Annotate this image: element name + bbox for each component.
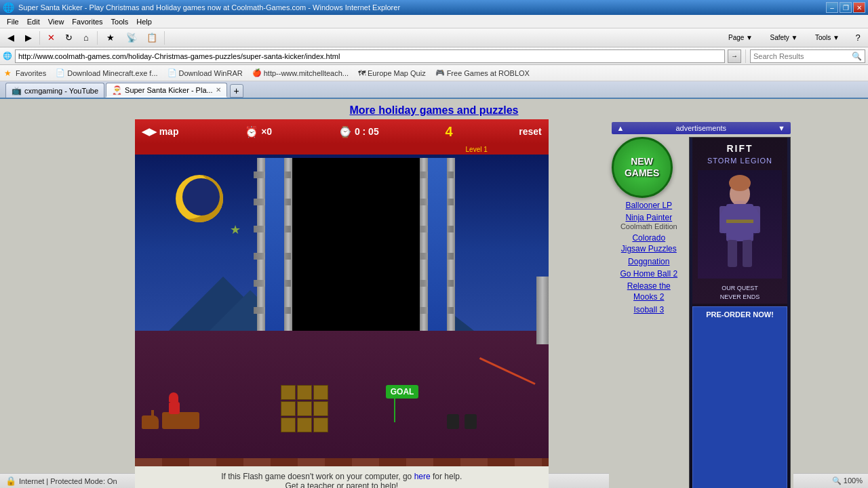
refresh-button[interactable]: ↻ — [60, 30, 77, 45]
box-8 — [297, 418, 312, 432]
go-button[interactable]: → — [728, 49, 741, 63]
lock-icon: 🔒 — [5, 476, 16, 486]
enemy-1 — [447, 414, 459, 429]
home-button[interactable]: ⌂ — [78, 30, 94, 45]
rift-ad-content: RIFT STORM LEGION — [692, 138, 787, 488]
ads-arrow-right[interactable]: ▼ — [778, 124, 785, 132]
game-scene[interactable]: ★ ★ ★ ★ — [135, 155, 549, 466]
history-button[interactable]: 📋 — [142, 30, 161, 45]
rift-preorder-area: PRE-ORDER NOW! — [692, 304, 787, 488]
goal-pole — [394, 399, 395, 422]
game-link-isoball[interactable]: Isoball 3 — [612, 305, 686, 314]
fav-icon-minecraft: 📄 — [56, 68, 65, 77]
game-link-ninja[interactable]: Ninja Painter — [612, 213, 686, 222]
tab-santa-kicker[interactable]: 🎅 Super Santa Kicker - Pla... ✕ — [106, 83, 227, 98]
window-title: Super Santa Kicker - Play Christmas and … — [14, 3, 826, 12]
new-games-button[interactable]: NEWGAMES — [612, 137, 673, 198]
favorites-bar: ★ Favorites 📄 Download Minecraft.exe f..… — [0, 65, 868, 81]
search-icon[interactable]: 🔍 — [852, 52, 862, 61]
svg-rect-5 — [743, 240, 752, 267]
hud-reset[interactable]: reset — [519, 126, 541, 137]
moon — [176, 175, 223, 222]
flash-help-link[interactable]: here — [414, 472, 431, 481]
window-controls: – ❐ ✕ — [826, 2, 865, 13]
game-frame[interactable]: ◀▶ map ⏰ ×0 ⌚ 0 : 05 4 reset — [135, 119, 549, 488]
game-link-release[interactable]: Release theMooks 2 — [612, 281, 686, 302]
reindeer-group — [142, 415, 159, 429]
fav-item-europe[interactable]: 🗺 Europe Map Quiz — [355, 68, 429, 78]
holiday-games-link[interactable]: More holiday games and puzzles — [350, 99, 519, 119]
pipe-left-outer — [257, 158, 265, 341]
game-link-ballooner[interactable]: Ballooner LP — [612, 201, 686, 210]
menu-edit[interactable]: Edit — [23, 18, 44, 26]
back-button[interactable]: ◀ — [3, 30, 19, 45]
favorites-label: Favorites — [16, 69, 46, 77]
hud-lives: ⏰ ×0 — [245, 125, 272, 138]
flash-text-1: If this Flash game doesn't work on your … — [221, 472, 412, 481]
ads-arrow-left[interactable]: ▲ — [617, 124, 625, 132]
rift-ad-quest: OUR QUESTNEVER ENDS — [720, 284, 760, 301]
hud-map[interactable]: ◀▶ map — [142, 126, 179, 137]
fav-item-roblox[interactable]: 🎮 Free Games at ROBLOX — [433, 68, 532, 78]
character-svg — [706, 174, 774, 275]
game-link-gohomeball[interactable]: Go Home Ball 2 — [612, 269, 686, 279]
enemy-figures — [447, 414, 477, 429]
tab-close-santa[interactable]: ✕ — [216, 86, 221, 94]
menu-bar: File Edit View Favorites Tools Help — [0, 15, 868, 28]
addr-label: 🌐 — [3, 52, 12, 60]
feeds-button[interactable]: 📡 — [122, 30, 141, 45]
address-bar: 🌐 → 🔍 — [0, 47, 868, 65]
svg-point-8 — [719, 201, 760, 241]
game-link-colorado[interactable]: ColoradoJigsaw Puzzles — [612, 233, 686, 254]
menu-help[interactable]: Help — [132, 18, 156, 26]
fav-item-winrar[interactable]: 📄 Download WinRAR — [165, 68, 245, 78]
fav-label-winrar: Download WinRAR — [179, 69, 243, 77]
forward-button[interactable]: ▶ — [20, 30, 37, 45]
menu-favorites[interactable]: Favorites — [68, 18, 106, 26]
santa-figure — [169, 392, 180, 414]
menu-tools[interactable]: Tools — [107, 18, 133, 26]
safety-button[interactable]: Safety ▼ — [764, 30, 804, 45]
menu-view[interactable]: View — [44, 18, 68, 26]
fav-item-minecraft[interactable]: 📄 Download Minecraft.exe f... — [53, 68, 160, 78]
fav-icon-mitchell: 🍎 — [252, 68, 262, 77]
ground-stripe — [135, 458, 549, 466]
status-left: 🔒 Internet | Protected Mode: On — [5, 476, 117, 486]
tools-button[interactable]: Tools ▼ — [807, 30, 848, 45]
new-tab-button[interactable]: + — [230, 84, 243, 98]
box-1 — [281, 385, 296, 400]
close-button[interactable]: ✕ — [853, 2, 865, 13]
rift-ad-subtitle: STORM LEGION — [707, 157, 772, 165]
box-stack-group — [281, 385, 328, 432]
toolbar-separator — [39, 31, 40, 45]
help-button[interactable]: ? — [850, 30, 865, 45]
fav-item-mitchell[interactable]: 🍎 http--www.mitchellteach... — [250, 68, 351, 78]
preorder-button[interactable]: PRE-ORDER NOW! — [692, 306, 787, 488]
moon-shape — [176, 175, 223, 222]
games-list: NEWGAMES Ballooner LP Ninja Painter Cool… — [612, 137, 686, 488]
restore-button[interactable]: ❐ — [840, 2, 852, 13]
favorites-button[interactable]: ★ — [100, 30, 121, 45]
address-input[interactable] — [15, 49, 725, 63]
tab-label-santa: Super Santa Kicker - Pla... — [125, 86, 213, 94]
sidebar-ad-area: NEWGAMES Ballooner LP Ninja Painter Cool… — [612, 137, 791, 488]
game-layout: ◀▶ map ⏰ ×0 ⌚ 0 : 05 4 reset — [61, 119, 807, 488]
ad-banner-rift[interactable]: RIFT STORM LEGION — [689, 137, 791, 488]
stop-button[interactable]: ✕ — [43, 30, 59, 45]
svg-point-6 — [729, 175, 751, 191]
status-right: 🔍 100% — [832, 476, 863, 485]
rift-ad-title: RIFT — [726, 143, 753, 154]
search-input[interactable] — [753, 52, 850, 60]
right-sidebar: ▲ advertisements ▼ NEWGAMES Ballooner LP — [609, 119, 793, 488]
page-button[interactable]: Page ▼ — [720, 30, 761, 45]
menu-file[interactable]: File — [3, 18, 23, 26]
tab-youtube[interactable]: 📺 cxmgaming - YouTube — [5, 83, 104, 98]
game-area: ◀▶ map ⏰ ×0 ⌚ 0 : 05 4 reset — [75, 119, 609, 488]
box-3 — [313, 385, 328, 400]
enemy-2 — [465, 414, 477, 429]
minimize-button[interactable]: – — [826, 2, 838, 13]
antler-1 — [151, 410, 154, 417]
tab-bar: 📺 cxmgaming - YouTube 🎅 Super Santa Kick… — [0, 81, 868, 99]
game-link-doggnation[interactable]: Doggnation — [612, 257, 686, 266]
level-label: Level 1 — [466, 146, 488, 153]
